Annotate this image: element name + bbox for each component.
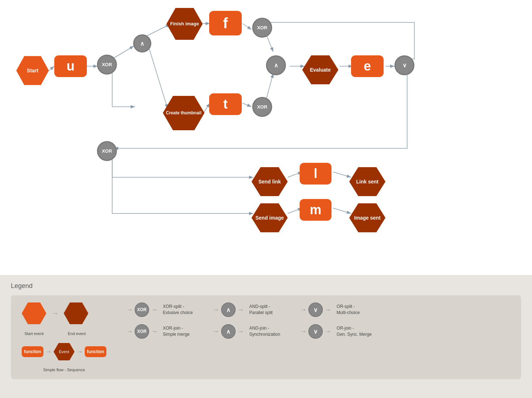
legend-arrow1: → — [52, 310, 58, 317]
image-sent-label: Image sent — [354, 215, 380, 221]
svg-marker-30 — [64, 302, 88, 324]
xor4-label: XOR — [102, 148, 112, 154]
legend-content: → Start event End event function → Event… — [11, 295, 521, 379]
t-function: t — [209, 93, 242, 115]
f-function: f — [209, 11, 242, 35]
legend-sequence-row: function → Event → function — [22, 343, 106, 360]
legend-xor-join-row: → XOR → XOR-join - Simple merge — [124, 324, 193, 339]
svg-line-11 — [242, 103, 252, 107]
legend-arrow-xor-join2: → — [151, 328, 157, 335]
legend-xor-section: → XOR → XOR-split - Exlusive choice → XO… — [124, 302, 193, 346]
xor3-gateway: XOR — [252, 97, 272, 117]
legend-and-split-circle: ∧ — [221, 302, 236, 317]
evaluate-label: Evaluate — [310, 67, 331, 73]
legend-start-hex — [22, 302, 46, 324]
legend-arrow-and-join: → — [213, 328, 219, 335]
legend-or-split-circle: ∨ — [308, 302, 323, 317]
e-label: e — [364, 59, 371, 74]
legend-xor-split-row: → XOR → XOR-split - Exlusive choice — [124, 302, 193, 317]
start-label: Start — [27, 68, 38, 74]
legend-arrow-xor-split2: → — [151, 306, 157, 314]
xor4-gateway: XOR — [97, 141, 117, 161]
legend-end-label: End event — [64, 331, 89, 336]
and-split-desc: Parallel split — [249, 310, 273, 315]
legend-and-section: → ∧ → AND-split - Parallel split → ∧ → A… — [211, 302, 280, 346]
legend-arrow-or-split: → — [300, 306, 307, 314]
e-function: e — [351, 55, 384, 77]
and2-gateway: ∧ — [266, 55, 286, 75]
svg-line-20 — [333, 208, 351, 213]
svg-line-18 — [333, 172, 351, 177]
xor1-label: XOR — [102, 62, 112, 67]
l-function: l — [300, 163, 332, 185]
evaluate-node: Evaluate — [302, 55, 338, 84]
legend-and-join-desc: AND-join - Synchronization — [249, 325, 280, 338]
legend-and-split-desc: AND-split - Parallel split — [249, 304, 273, 316]
legend-arrow2: → — [45, 348, 52, 356]
legend-arrow-or-join2: → — [325, 328, 331, 335]
legend-event-hex: Event — [54, 343, 75, 360]
svg-marker-29 — [22, 302, 46, 324]
legend-arrow-or-split2: → — [325, 306, 331, 314]
legend-and-join-circle: ∧ — [221, 324, 236, 339]
legend-and-split-row: → ∧ → AND-split - Parallel split — [211, 302, 280, 317]
t-label: t — [223, 97, 228, 112]
or-split-desc: Multi-choice — [337, 310, 360, 315]
and1-label: ∧ — [140, 40, 144, 47]
legend-arrow-and-split: → — [213, 306, 219, 314]
legend-title: Legend — [11, 282, 521, 290]
xor3-label: XOR — [257, 104, 267, 110]
send-image-label: Send image — [256, 215, 284, 221]
legend-arrow-xor-split: → — [126, 306, 133, 314]
xor2-gateway: XOR — [252, 18, 272, 38]
finish-image-label: Finish image — [170, 21, 199, 27]
legend-arrow-or-join: → — [300, 328, 307, 335]
send-image-node: Send image — [252, 203, 288, 232]
m-function: m — [300, 199, 332, 221]
legend-or-split-row: → ∨ → OR-split - Multi-choice — [298, 302, 372, 317]
legend-xor-split-circle: XOR — [135, 302, 149, 317]
u-function: u — [54, 55, 87, 77]
image-sent-node: Image sent — [349, 203, 385, 232]
legend-events-row: → — [22, 302, 106, 324]
legend-arrow-xor-join: → — [126, 328, 133, 335]
and1-gateway: ∧ — [133, 34, 151, 52]
legend-start-label: Start event — [22, 331, 46, 336]
xor-split-name: XOR-split - — [163, 304, 184, 309]
xor2-label: XOR — [257, 25, 267, 30]
legend-sequence-label: Simple flow - Sequence — [22, 368, 106, 372]
and-split-name: AND-split - — [249, 304, 270, 309]
finish-image-node: Finish image — [166, 8, 203, 40]
create-thumbnail-node: Create thumbnail — [163, 96, 204, 130]
create-thumbnail-label: Create thumbnail — [166, 110, 201, 115]
xor1-gateway: XOR — [97, 55, 117, 75]
legend-xor-join-desc: XOR-join - Simple merge — [163, 325, 190, 338]
or-split-name: OR-split - — [337, 304, 355, 309]
link-sent-label: Link sent — [356, 179, 378, 185]
or1-label: ∨ — [402, 62, 407, 69]
link-sent-node: Link sent — [349, 167, 385, 196]
xor-join-desc: Simple merge — [163, 332, 190, 337]
xor-split-desc: Exlusive choice — [163, 310, 193, 315]
u-label: u — [67, 59, 75, 74]
diagram-area: Start u XOR ∧ Finish image f XOR ∧ Creat… — [0, 0, 532, 271]
send-link-label: Send link — [258, 179, 281, 185]
legend-arrow3: → — [76, 348, 83, 356]
and-join-desc: Synchronization — [249, 332, 280, 337]
or-join-desc: Gen. Sync. Merge — [337, 332, 372, 337]
legend-end-hex — [64, 302, 88, 324]
legend-or-join-desc: OR-join - Gen. Sync. Merge — [337, 325, 372, 338]
l-label: l — [314, 166, 317, 181]
svg-line-3 — [112, 46, 134, 59]
legend-or-section: → ∨ → OR-split - Multi-choice → ∨ → OR-j… — [298, 302, 372, 346]
and-join-name: AND-join - — [249, 326, 269, 331]
legend-func2: function — [85, 346, 106, 357]
or1-gateway: ∨ — [394, 55, 414, 75]
legend-arrow-and-join2: → — [237, 328, 244, 335]
legend-func1: function — [22, 346, 43, 357]
start-node: Start — [16, 56, 49, 85]
f-label: f — [223, 15, 228, 31]
legend-event-label: Event — [59, 350, 69, 354]
svg-line-9 — [242, 24, 252, 30]
xor-join-name: XOR-join - — [163, 326, 183, 331]
